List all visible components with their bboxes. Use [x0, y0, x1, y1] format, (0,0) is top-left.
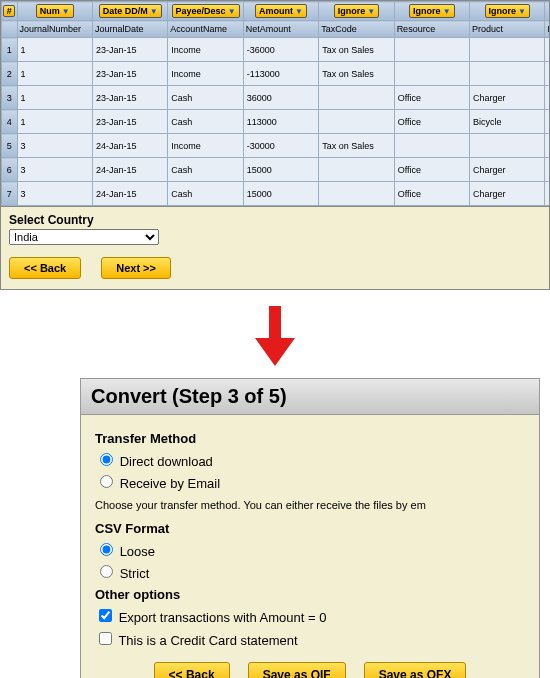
table-cell: Tax on Sales — [319, 134, 394, 158]
table-cell: 36000 — [243, 86, 318, 110]
step-back-button[interactable]: << Back — [154, 662, 230, 678]
col-type-label: Ignore — [489, 6, 517, 16]
col-header: Resource — [394, 21, 469, 38]
transfer-option-email[interactable]: Receive by Email — [95, 472, 525, 491]
row-number: 3 — [2, 86, 18, 110]
next-button[interactable]: Next >> — [101, 257, 171, 279]
other-options-heading: Other options — [95, 587, 525, 602]
table-row: 2123-Jan-15Income-113000Tax on SalesINV-… — [2, 62, 551, 86]
row-number: 1 — [2, 38, 18, 62]
transfer-radio-email[interactable] — [100, 475, 113, 488]
table-cell: Office — [394, 182, 469, 206]
table-cell: 15000 — [243, 182, 318, 206]
table-cell: INV-0003 — [545, 158, 550, 182]
table-cell: INV-0001 — [545, 38, 550, 62]
col-type-selector[interactable]: Ignore▼ — [409, 4, 454, 18]
col-type-label: Ignore — [338, 6, 366, 16]
table-cell: 24-Jan-15 — [92, 134, 167, 158]
mapping-table-wrap: # Num▼ Date DD/M▼ Payee/Desc▼ Amount▼ Ig… — [0, 0, 550, 207]
col-type-selector[interactable]: Amount▼ — [255, 4, 307, 18]
table-cell — [319, 110, 394, 134]
checkbox-label: This is a Credit Card statement — [118, 633, 297, 648]
table-row: 7324-Jan-15Cash15000OfficeChargerINV-000… — [2, 182, 551, 206]
col-header: JournalNumber — [17, 21, 92, 38]
table-cell — [470, 134, 545, 158]
col-header: AccountName — [168, 21, 243, 38]
table-cell: 1 — [17, 110, 92, 134]
col-header: Product — [470, 21, 545, 38]
back-button[interactable]: << Back — [9, 257, 81, 279]
step-title: Convert (Step 3 of 5) — [81, 379, 539, 415]
csv-radio-loose[interactable] — [100, 543, 113, 556]
csv-radio-strict[interactable] — [100, 565, 113, 578]
col-header: TaxCode — [319, 21, 394, 38]
credit-card-checkbox[interactable] — [99, 632, 112, 645]
table-cell — [319, 86, 394, 110]
checkbox-label: Export transactions with Amount = 0 — [119, 610, 327, 625]
save-ofx-button[interactable]: Save as OFX — [364, 662, 467, 678]
table-cell: INV-0003 — [545, 134, 550, 158]
radio-label: Strict — [120, 566, 150, 581]
table-cell — [470, 38, 545, 62]
col-type-label: Amount — [259, 6, 293, 16]
table-cell: 3 — [17, 182, 92, 206]
chevron-down-icon: ▼ — [62, 7, 70, 16]
table-row: 6324-Jan-15Cash15000OfficeChargerINV-000… — [2, 158, 551, 182]
country-select[interactable]: India — [9, 229, 159, 245]
export-zero-checkbox[interactable] — [99, 609, 112, 622]
table-cell: Charger — [470, 158, 545, 182]
col-header: Reference — [545, 21, 550, 38]
col-type-selector[interactable]: Num▼ — [36, 4, 74, 18]
csv-option-strict[interactable]: Strict — [95, 562, 525, 581]
col-type-label: Num — [40, 6, 60, 16]
table-cell: Income — [168, 62, 243, 86]
csv-format-heading: CSV Format — [95, 521, 525, 536]
hash-button[interactable]: # — [3, 5, 15, 17]
table-cell — [319, 158, 394, 182]
export-zero-option[interactable]: Export transactions with Amount = 0 — [95, 606, 525, 625]
convert-step-panel: Convert (Step 3 of 5) Transfer Method Di… — [80, 378, 540, 678]
country-panel: Select Country India << Back Next >> — [0, 207, 550, 290]
col-type-selector[interactable]: Ignore▼ — [334, 4, 379, 18]
mapping-table: # Num▼ Date DD/M▼ Payee/Desc▼ Amount▼ Ig… — [1, 1, 550, 206]
chevron-down-icon: ▼ — [518, 7, 526, 16]
chevron-down-icon: ▼ — [228, 7, 236, 16]
transfer-radio-direct[interactable] — [100, 453, 113, 466]
col-type-label: Ignore — [413, 6, 441, 16]
table-cell — [394, 38, 469, 62]
col-type-selector[interactable]: Payee/Desc▼ — [172, 4, 240, 18]
col-type-selector[interactable]: Date DD/M▼ — [99, 4, 162, 18]
table-cell: 24-Jan-15 — [92, 182, 167, 206]
table-cell: Office — [394, 158, 469, 182]
table-cell — [394, 134, 469, 158]
transfer-option-direct[interactable]: Direct download — [95, 450, 525, 469]
table-cell — [470, 62, 545, 86]
table-cell: Cash — [168, 182, 243, 206]
credit-card-option[interactable]: This is a Credit Card statement — [95, 629, 525, 648]
table-cell: Cash — [168, 110, 243, 134]
table-cell: Income — [168, 38, 243, 62]
table-cell: Cash — [168, 158, 243, 182]
table-cell: INV-0001 — [545, 62, 550, 86]
col-header: JournalDate — [92, 21, 167, 38]
table-cell: 23-Jan-15 — [92, 86, 167, 110]
table-cell: 23-Jan-15 — [92, 38, 167, 62]
save-qif-button[interactable]: Save as QIF — [248, 662, 346, 678]
table-cell: 1 — [17, 86, 92, 110]
table-cell — [319, 182, 394, 206]
col-type-selector[interactable]: Ignore▼ — [485, 4, 530, 18]
chevron-down-icon: ▼ — [443, 7, 451, 16]
table-cell: INV-0001 — [545, 110, 550, 134]
table-cell: Office — [394, 110, 469, 134]
table-cell: INV-0003 — [545, 182, 550, 206]
csv-option-loose[interactable]: Loose — [95, 540, 525, 559]
table-cell: 3 — [17, 134, 92, 158]
row-number: 6 — [2, 158, 18, 182]
row-number: 5 — [2, 134, 18, 158]
col-type-label: Payee/Desc — [176, 6, 226, 16]
table-row: 5324-Jan-15Income-30000Tax on SalesINV-0… — [2, 134, 551, 158]
radio-label: Direct download — [120, 454, 213, 469]
arrow-down-icon — [0, 304, 550, 368]
radio-label: Loose — [120, 544, 155, 559]
row-number: 4 — [2, 110, 18, 134]
